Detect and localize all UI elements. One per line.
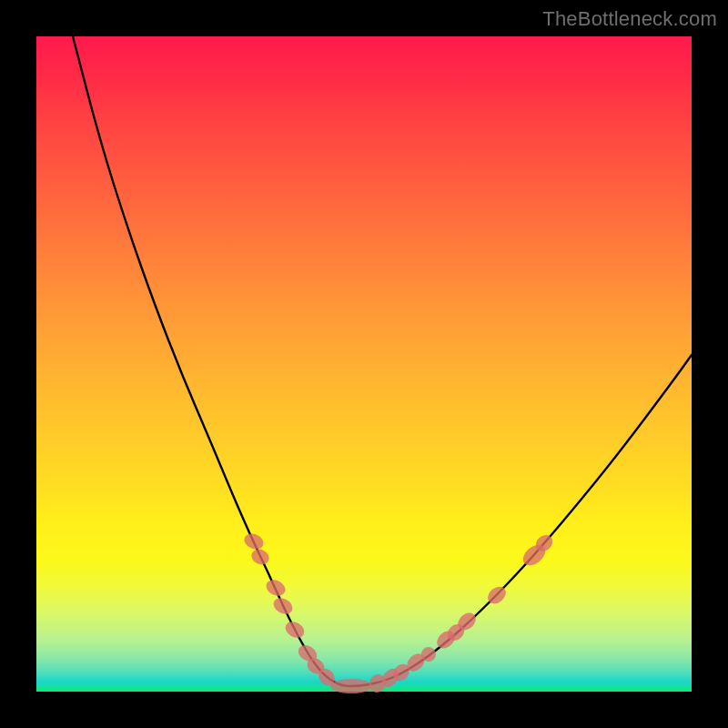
curve-marker — [330, 679, 372, 693]
bottleneck-curve — [73, 36, 692, 686]
plot-area — [36, 36, 692, 692]
curve-marker — [264, 577, 288, 599]
curve-marker — [271, 595, 296, 617]
curve-marker — [242, 531, 267, 552]
chart-frame: TheBottleneck.com — [0, 0, 728, 728]
curve-marker — [282, 619, 307, 642]
watermark-text: TheBottleneck.com — [542, 7, 717, 31]
curve-svg — [36, 36, 692, 692]
curve-markers — [242, 531, 556, 694]
curve-marker — [249, 547, 272, 568]
